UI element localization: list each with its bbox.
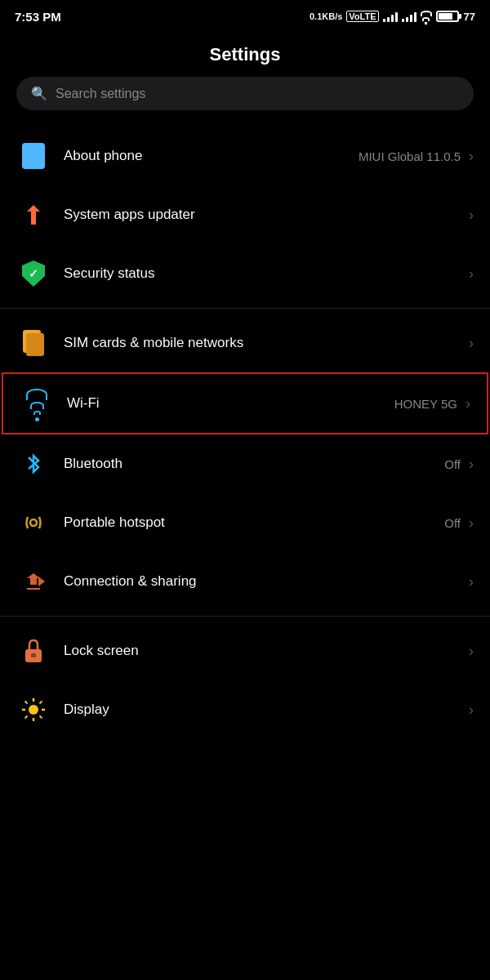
- sim-cards-chevron: ›: [469, 335, 474, 352]
- display-icon: [16, 693, 51, 727]
- battery-icon: [436, 11, 459, 22]
- about-phone-chevron: ›: [469, 148, 474, 165]
- svg-rect-7: [31, 653, 36, 657]
- svg-line-14: [40, 716, 42, 719]
- sim-cards-item[interactable]: SIM cards & mobile networks ›: [0, 314, 490, 372]
- security-status-chevron: ›: [469, 265, 474, 283]
- svg-marker-0: [27, 205, 40, 225]
- connection-item[interactable]: Connection & sharing ›: [0, 552, 490, 611]
- wifi-icon: [20, 386, 54, 421]
- lock-screen-chevron: ›: [469, 643, 474, 660]
- svg-text:✓: ✓: [29, 267, 38, 280]
- wifi-chevron: ›: [466, 395, 470, 412]
- svg-line-13: [25, 702, 28, 704]
- search-placeholder: Search settings: [56, 87, 145, 101]
- bluetooth-value: Off: [444, 457, 461, 471]
- system-apps-icon: [16, 198, 51, 232]
- svg-point-8: [29, 705, 38, 715]
- svg-point-3: [30, 519, 37, 526]
- wifi-value: HONEY 5G: [394, 397, 457, 411]
- system-apps-item[interactable]: System apps updater ›: [0, 185, 490, 244]
- display-label: Display: [64, 702, 109, 718]
- security-status-icon: ✓: [16, 256, 51, 291]
- display-chevron: ›: [469, 702, 474, 719]
- bluetooth-label: Bluetooth: [64, 456, 122, 472]
- volte-icon: VoLTE: [346, 11, 378, 22]
- wifi-item[interactable]: Wi-Fi HONEY 5G ›: [2, 372, 488, 434]
- about-phone-item[interactable]: About phone MIUI Global 11.0.5 ›: [0, 127, 490, 185]
- system-apps-label: System apps updater: [64, 207, 195, 223]
- hotspot-label: Portable hotspot: [64, 514, 165, 531]
- hotspot-value: Off: [444, 516, 461, 530]
- signal-bars-2: [402, 11, 416, 22]
- lock-screen-item[interactable]: Lock screen ›: [0, 621, 490, 680]
- battery-level: 77: [464, 11, 475, 23]
- about-phone-label: About phone: [64, 148, 142, 164]
- hotspot-item[interactable]: Portable hotspot Off ›: [0, 493, 490, 552]
- connection-icon: [16, 564, 51, 599]
- bluetooth-item[interactable]: Bluetooth Off ›: [0, 434, 490, 493]
- hotspot-icon: [16, 506, 51, 540]
- security-status-item[interactable]: ✓ Security status ›: [0, 244, 490, 303]
- hotspot-chevron: ›: [469, 514, 474, 532]
- about-phone-value: MIUI Global 11.0.5: [359, 149, 461, 163]
- signal-bars-1: [383, 11, 398, 22]
- security-status-label: Security status: [64, 265, 155, 282]
- page-title: Settings: [0, 29, 490, 77]
- system-apps-chevron: ›: [469, 207, 474, 224]
- connection-chevron: ›: [469, 573, 474, 590]
- display-item[interactable]: Display ›: [0, 680, 490, 739]
- wifi-status-icon: [421, 8, 432, 24]
- about-phone-icon: [16, 139, 51, 173]
- lock-screen-icon: [16, 634, 51, 668]
- search-bar[interactable]: 🔍 Search settings: [16, 77, 474, 110]
- sim-cards-icon: [16, 326, 51, 360]
- bluetooth-icon: [16, 447, 51, 481]
- search-icon: 🔍: [31, 86, 47, 101]
- status-right-icons: 0.1KB/s VoLTE 77: [310, 8, 475, 24]
- divider-1: [0, 308, 490, 309]
- divider-2: [0, 616, 490, 617]
- lock-screen-label: Lock screen: [64, 643, 139, 659]
- svg-line-16: [25, 716, 28, 719]
- bluetooth-chevron: ›: [469, 456, 474, 473]
- connection-label: Connection & sharing: [64, 573, 197, 590]
- network-speed: 0.1KB/s: [310, 11, 342, 21]
- svg-marker-5: [38, 577, 45, 586]
- status-time: 7:53 PM: [15, 10, 61, 24]
- sim-cards-label: SIM cards & mobile networks: [64, 335, 243, 351]
- svg-marker-4: [27, 573, 40, 590]
- wifi-label: Wi-Fi: [67, 395, 100, 412]
- status-bar: 7:53 PM 0.1KB/s VoLTE 77: [0, 0, 490, 29]
- svg-line-15: [40, 702, 42, 704]
- battery-indicator: 77: [436, 11, 475, 23]
